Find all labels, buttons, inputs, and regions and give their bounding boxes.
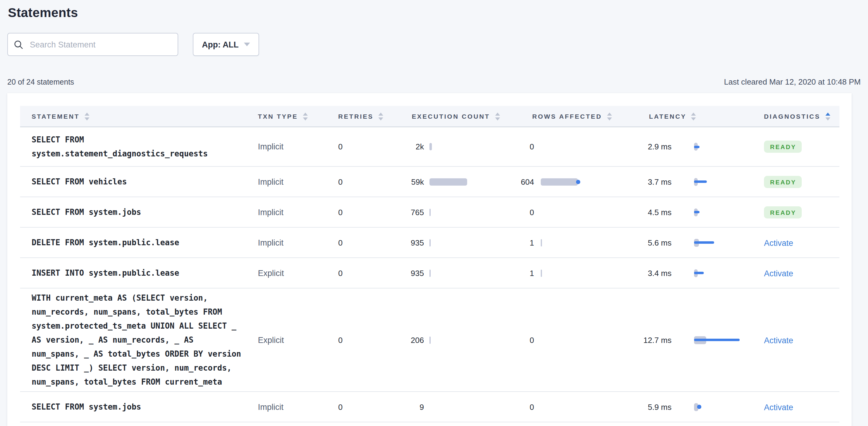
sort-desc-icon: [691, 117, 696, 120]
sort-arrows-icon: [495, 112, 500, 120]
diagnostics-cell: Activate: [764, 268, 793, 278]
column-header-label: TXN TYPE: [258, 113, 298, 120]
sort-asc-icon: [825, 112, 830, 115]
column-header-latency[interactable]: LATENCY: [649, 106, 696, 127]
statement-text[interactable]: SELECT FROM vehicles: [32, 175, 242, 189]
sort-asc-icon: [378, 112, 383, 115]
statement-text[interactable]: SELECT FROM system.jobs: [32, 400, 242, 414]
latency-value: 2.9 ms: [611, 142, 672, 151]
sort-arrows-icon: [85, 112, 89, 120]
diagnostics-cell: READY: [764, 141, 802, 153]
sort-asc-icon: [607, 112, 612, 115]
sort-arrows-icon: [303, 112, 308, 120]
execution-count-bar: [429, 143, 432, 150]
sort-desc-icon: [85, 117, 89, 120]
latency-value: 5.6 ms: [611, 238, 672, 247]
latency-mean-dot: [697, 405, 701, 409]
retries-count: 0: [338, 335, 342, 344]
latency-value: 5.9 ms: [611, 402, 672, 412]
diagnostics-ready-badge[interactable]: READY: [764, 141, 802, 153]
retries-count: 0: [338, 177, 342, 186]
table-header-row: STATEMENTTXN TYPERETRIESEXECUTION COUNTR…: [20, 106, 839, 127]
diagnostics-ready-badge[interactable]: READY: [764, 206, 802, 218]
rows-affected-dot: [576, 180, 580, 184]
latency-mean-bar: [694, 241, 714, 244]
execution-count-bar: [429, 336, 431, 343]
rows-affected: 1: [473, 238, 534, 247]
latency-bar: [694, 336, 761, 344]
statement-text[interactable]: SELECT FROM system.statement_diagnostics…: [32, 133, 242, 161]
execution-count-bar: [429, 178, 467, 185]
execution-count: 59k: [363, 177, 424, 186]
app-filter-dropdown[interactable]: App: ALL: [193, 33, 259, 56]
column-header-label: STATEMENT: [32, 113, 80, 120]
diagnostics-cell: Activate: [764, 334, 793, 345]
latency-mean-bar: [694, 339, 740, 341]
search-box[interactable]: [7, 33, 178, 56]
bar: [541, 178, 578, 185]
txn-type: Implicit: [258, 238, 283, 247]
retries-count: 0: [338, 268, 342, 277]
sort-arrows-icon: [607, 112, 612, 120]
activate-diagnostics-link[interactable]: Activate: [764, 238, 793, 247]
column-header-label: EXECUTION COUNT: [412, 113, 490, 120]
latency-mean-bar: [694, 180, 707, 183]
statement-text[interactable]: WITH current_meta AS (SELECT version, nu…: [32, 291, 242, 389]
table-row: DELETE FROM system.public.leaseImplicit0…: [20, 227, 839, 258]
statement-text[interactable]: SELECT FROM system.jobs: [32, 205, 242, 219]
column-header-label: ROWS AFFECTED: [532, 113, 602, 120]
table-row: INSERT INTO system.public.leaseExplicit0…: [20, 258, 839, 288]
activate-diagnostics-link[interactable]: Activate: [764, 269, 793, 278]
latency-value: 4.5 ms: [611, 208, 672, 217]
sort-asc-icon: [495, 112, 500, 115]
page-title: Statements: [0, 0, 868, 20]
sort-desc-icon: [378, 117, 383, 120]
column-header-statement[interactable]: STATEMENT: [32, 106, 89, 127]
diagnostics-cell: READY: [764, 176, 802, 188]
statement-text[interactable]: DELETE FROM system.public.lease: [32, 236, 242, 249]
execution-count-bar: [429, 269, 431, 277]
statement-text[interactable]: INSERT INTO system.public.lease: [32, 266, 242, 280]
search-input[interactable]: [29, 39, 172, 50]
execution-count-bar: [429, 208, 431, 216]
bar: [429, 336, 431, 343]
statements-table-card: STATEMENTTXN TYPERETRIESEXECUTION COUNTR…: [7, 93, 851, 426]
app-filter-label: App: ALL: [202, 40, 239, 49]
sort-arrows-icon: [825, 112, 830, 120]
sort-arrows-icon: [691, 112, 696, 120]
diagnostics-cell: Activate: [764, 401, 793, 412]
last-cleared-text: Last cleared Mar 12, 2020 at 10:48 PM: [724, 77, 861, 86]
column-header-retries[interactable]: RETRIES: [338, 106, 383, 127]
activate-diagnostics-link[interactable]: Activate: [764, 402, 793, 412]
search-icon: [14, 40, 23, 49]
column-header-diagnostics[interactable]: DIAGNOSTICS: [764, 106, 830, 127]
rows-affected: 0: [473, 142, 534, 151]
latency-bar-wrap: [694, 269, 761, 277]
txn-type: Implicit: [258, 208, 283, 217]
rows-affected: 0: [473, 402, 534, 412]
diagnostics-ready-badge[interactable]: READY: [764, 176, 802, 188]
bar: [429, 269, 431, 277]
retries-count: 0: [338, 238, 342, 247]
latency-bar-wrap: [694, 143, 761, 151]
execution-count: 765: [363, 208, 424, 217]
execution-count: 935: [363, 268, 424, 277]
column-header-execution-count[interactable]: EXECUTION COUNT: [412, 106, 500, 127]
activate-diagnostics-link[interactable]: Activate: [764, 336, 793, 345]
sort-desc-icon: [303, 117, 308, 120]
column-header-txn-type[interactable]: TXN TYPE: [258, 106, 308, 127]
latency-bar-wrap: [694, 178, 761, 186]
rows-affected-bar: [541, 178, 578, 185]
txn-type: Implicit: [258, 177, 283, 186]
latency-value: 12.7 ms: [611, 335, 672, 344]
execution-count: 2k: [363, 142, 424, 151]
txn-type: Explicit: [258, 335, 284, 344]
latency-bar-wrap: [694, 403, 761, 411]
txn-type: Implicit: [258, 402, 283, 412]
column-header-rows-affected[interactable]: ROWS AFFECTED: [532, 106, 612, 127]
execution-count-bar: [429, 239, 431, 246]
retries-count: 0: [338, 402, 342, 412]
latency-bar: [694, 208, 761, 216]
txn-type: Explicit: [258, 268, 284, 277]
sort-arrows-icon: [378, 112, 383, 120]
